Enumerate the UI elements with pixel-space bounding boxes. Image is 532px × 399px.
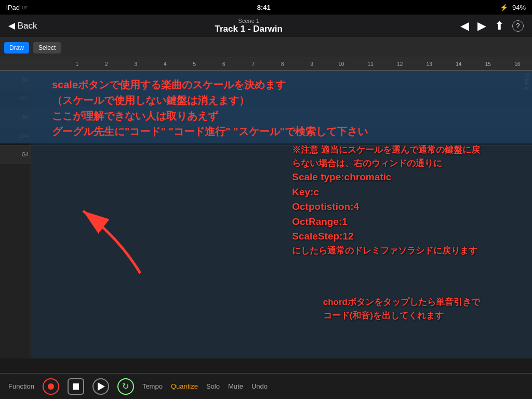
back-button[interactable]: ◀ Back	[8, 20, 37, 31]
upload-button[interactable]: ⬆	[495, 19, 504, 33]
function-label[interactable]: Function	[8, 382, 34, 390]
status-right: ⚡ 94%	[500, 4, 526, 11]
stop-icon	[73, 383, 79, 390]
battery-level: 94%	[512, 4, 526, 11]
bluetooth-icon: ⚡	[500, 4, 508, 11]
ruler-number-12: 12	[385, 61, 415, 67]
ruler-number-13: 13	[415, 61, 444, 67]
ipad-label: iPad ☞	[6, 4, 28, 11]
ruler-number-6: 6	[209, 61, 239, 67]
synth-wrapper: B4A#4A4G#4G4 Velocity scaleボタンで使用する楽曲のスケ…	[0, 71, 532, 358]
ruler-number-7: 7	[238, 61, 268, 67]
ruler-number-2: 2	[92, 61, 122, 67]
loop-icon: ↻	[122, 381, 129, 391]
solo-label[interactable]: Solo	[206, 382, 220, 390]
ruler-number-3: 3	[121, 61, 151, 67]
track-row-0[interactable]	[31, 145, 532, 164]
upper-annotation: scaleボタンで使用する楽曲のスケールを決めます （スケールで使用しない鍵盤は…	[0, 71, 532, 143]
loop-button[interactable]: ↻	[117, 378, 134, 395]
bottom-toolbar: Function ↻ Tempo Quantize Solo Mute Undo	[0, 373, 532, 399]
next-button[interactable]: ▶	[477, 19, 486, 33]
toolbar: Draw Select	[0, 37, 532, 58]
ruler-number-10: 10	[327, 61, 356, 67]
record-icon	[48, 383, 54, 390]
ruler-number-15: 15	[473, 61, 503, 67]
ruler-number-14: 14	[444, 61, 474, 67]
quantize-label[interactable]: Quantize	[171, 382, 198, 390]
nav-controls: ◀ ▶ ⬆ ?	[460, 19, 524, 33]
scene-label: Scene 1	[238, 18, 259, 24]
ruler-number-16: 16	[503, 61, 533, 67]
tempo-label[interactable]: Tempo	[142, 382, 163, 390]
nav-bar: ◀ Back Scene 1 Track 1 - Darwin ◀ ▶ ⬆ ?	[0, 15, 532, 37]
mute-label[interactable]: Mute	[228, 382, 243, 390]
play-icon	[98, 382, 105, 391]
annotation-line4: グーグル先生に"コード" "コード進行" "スケール"で検索して下さい	[52, 124, 524, 139]
track-title: Track 1 - Darwin	[215, 24, 283, 34]
annotation-line3: ここが理解できない人は取りあえず	[52, 108, 524, 124]
select-button[interactable]: Select	[33, 42, 61, 54]
stop-button[interactable]	[68, 378, 84, 395]
timeline-ruler: 12345678910111213141516	[0, 58, 532, 71]
ruler-number-8: 8	[268, 61, 298, 67]
undo-label[interactable]: Undo	[251, 382, 268, 390]
ruler-number-5: 5	[180, 61, 209, 67]
info-button[interactable]: ?	[512, 20, 524, 32]
record-button[interactable]	[43, 378, 59, 395]
annotation-line2: （スケールで使用しない鍵盤は消えます）	[52, 92, 524, 108]
annotation-line1: scaleボタンで使用する楽曲のスケールを決めます	[52, 77, 524, 92]
ruler-numbers: 12345678910111213141516	[31, 61, 532, 67]
status-left: iPad ☞	[6, 4, 28, 11]
play-button[interactable]	[92, 378, 109, 395]
status-time: 8:41	[257, 4, 271, 11]
ruler-number-11: 11	[356, 61, 385, 67]
ruler-number-4: 4	[151, 61, 180, 67]
draw-button[interactable]: Draw	[4, 42, 29, 54]
piano-key-G4[interactable]: G4	[0, 145, 31, 164]
prev-button[interactable]: ◀	[460, 19, 469, 33]
ruler-number-9: 9	[297, 61, 327, 67]
ruler-number-1: 1	[62, 61, 92, 67]
status-bar: iPad ☞ 8:41 ⚡ 94%	[0, 0, 532, 15]
